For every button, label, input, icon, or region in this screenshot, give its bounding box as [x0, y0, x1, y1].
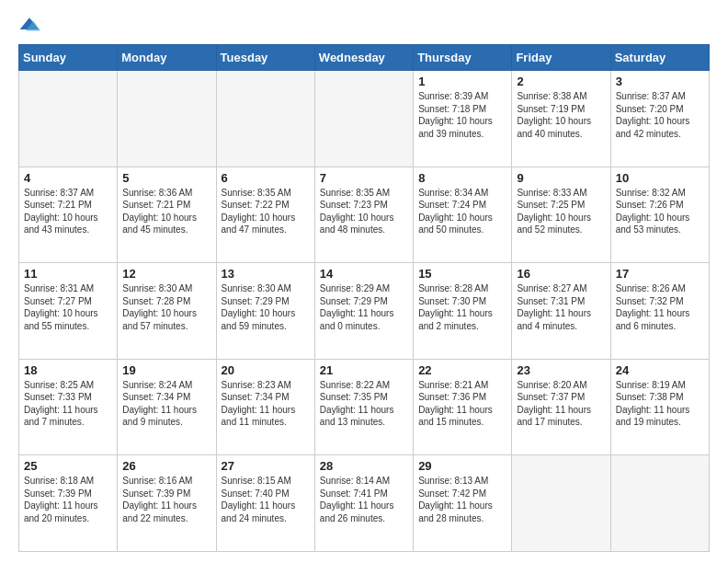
week-row-2: 11Sunrise: 8:31 AMSunset: 7:27 PMDayligh…: [19, 263, 710, 360]
day-header-tuesday: Tuesday: [216, 45, 314, 71]
day-number: 21: [320, 363, 408, 377]
calendar-cell: [314, 71, 413, 167]
calendar-cell: 27Sunrise: 8:15 AMSunset: 7:40 PMDayligh…: [216, 455, 314, 552]
week-row-3: 18Sunrise: 8:25 AMSunset: 7:33 PMDayligh…: [19, 359, 710, 455]
day-info: Sunrise: 8:20 AMSunset: 7:37 PMDaylight:…: [517, 379, 605, 429]
calendar-cell: 14Sunrise: 8:29 AMSunset: 7:29 PMDayligh…: [314, 263, 413, 360]
day-number: 20: [222, 363, 310, 377]
day-number: 17: [616, 267, 704, 281]
calendar-cell: 13Sunrise: 8:30 AMSunset: 7:29 PMDayligh…: [216, 263, 314, 360]
calendar-cell: 26Sunrise: 8:16 AMSunset: 7:39 PMDayligh…: [118, 455, 216, 552]
calendar-cell: 22Sunrise: 8:21 AMSunset: 7:36 PMDayligh…: [414, 359, 512, 455]
calendar-cell: 2Sunrise: 8:38 AMSunset: 7:19 PMDaylight…: [512, 71, 610, 167]
calendar-cell: 25Sunrise: 8:18 AMSunset: 7:39 PMDayligh…: [19, 455, 118, 552]
calendar-cell: 16Sunrise: 8:27 AMSunset: 7:31 PMDayligh…: [512, 263, 610, 360]
day-info: Sunrise: 8:18 AMSunset: 7:39 PMDaylight:…: [24, 475, 112, 524]
logo: [18, 15, 42, 37]
day-info: Sunrise: 8:25 AMSunset: 7:33 PMDaylight:…: [24, 379, 112, 429]
day-info: Sunrise: 8:39 AMSunset: 7:18 PMDaylight:…: [418, 90, 506, 140]
day-number: 26: [122, 459, 210, 473]
calendar-cell: 29Sunrise: 8:13 AMSunset: 7:42 PMDayligh…: [414, 455, 512, 552]
day-number: 28: [320, 459, 408, 473]
day-info: Sunrise: 8:29 AMSunset: 7:29 PMDaylight:…: [320, 282, 408, 332]
day-info: Sunrise: 8:32 AMSunset: 7:26 PMDaylight:…: [616, 187, 704, 236]
calendar-cell: 11Sunrise: 8:31 AMSunset: 7:27 PMDayligh…: [19, 263, 118, 360]
week-row-0: 1Sunrise: 8:39 AMSunset: 7:18 PMDaylight…: [19, 71, 710, 167]
calendar-cell: 15Sunrise: 8:28 AMSunset: 7:30 PMDayligh…: [414, 263, 512, 360]
day-number: 19: [122, 363, 210, 377]
day-number: 18: [24, 363, 112, 377]
calendar-cell: 23Sunrise: 8:20 AMSunset: 7:37 PMDayligh…: [512, 359, 610, 455]
day-info: Sunrise: 8:22 AMSunset: 7:35 PMDaylight:…: [320, 379, 408, 429]
day-info: Sunrise: 8:33 AMSunset: 7:25 PMDaylight:…: [517, 187, 605, 236]
calendar-cell: 28Sunrise: 8:14 AMSunset: 7:41 PMDayligh…: [314, 455, 413, 552]
day-number: 12: [122, 267, 210, 281]
day-info: Sunrise: 8:24 AMSunset: 7:34 PMDaylight:…: [122, 379, 210, 429]
calendar-table: SundayMondayTuesdayWednesdayThursdayFrid…: [18, 44, 710, 552]
calendar-cell: 17Sunrise: 8:26 AMSunset: 7:32 PMDayligh…: [610, 263, 709, 360]
calendar-cell: 6Sunrise: 8:35 AMSunset: 7:22 PMDaylight…: [216, 167, 314, 263]
day-info: Sunrise: 8:36 AMSunset: 7:21 PMDaylight:…: [122, 187, 210, 236]
calendar-cell: 4Sunrise: 8:37 AMSunset: 7:21 PMDaylight…: [19, 167, 118, 263]
day-header-sunday: Sunday: [19, 45, 118, 71]
day-header-wednesday: Wednesday: [314, 45, 413, 71]
logo-icon: [18, 15, 40, 37]
day-info: Sunrise: 8:37 AMSunset: 7:20 PMDaylight:…: [616, 90, 704, 140]
day-info: Sunrise: 8:35 AMSunset: 7:23 PMDaylight:…: [320, 187, 408, 236]
calendar-cell: [610, 455, 709, 552]
week-row-4: 25Sunrise: 8:18 AMSunset: 7:39 PMDayligh…: [19, 455, 710, 552]
day-number: 3: [616, 75, 704, 88]
calendar-cell: [216, 71, 314, 167]
day-info: Sunrise: 8:13 AMSunset: 7:42 PMDaylight:…: [418, 475, 506, 524]
header: [18, 15, 710, 37]
calendar-cell: 20Sunrise: 8:23 AMSunset: 7:34 PMDayligh…: [216, 359, 314, 455]
calendar-cell: 7Sunrise: 8:35 AMSunset: 7:23 PMDaylight…: [314, 167, 413, 263]
calendar-cell: 21Sunrise: 8:22 AMSunset: 7:35 PMDayligh…: [314, 359, 413, 455]
calendar-cell: 8Sunrise: 8:34 AMSunset: 7:24 PMDaylight…: [414, 167, 512, 263]
day-number: 1: [418, 75, 506, 88]
day-number: 9: [517, 171, 605, 185]
day-header-friday: Friday: [512, 45, 610, 71]
calendar-cell: 18Sunrise: 8:25 AMSunset: 7:33 PMDayligh…: [19, 359, 118, 455]
day-info: Sunrise: 8:14 AMSunset: 7:41 PMDaylight:…: [320, 475, 408, 524]
day-info: Sunrise: 8:30 AMSunset: 7:29 PMDaylight:…: [222, 282, 310, 332]
calendar-cell: 24Sunrise: 8:19 AMSunset: 7:38 PMDayligh…: [610, 359, 709, 455]
day-number: 11: [24, 267, 112, 281]
day-info: Sunrise: 8:38 AMSunset: 7:19 PMDaylight:…: [517, 90, 605, 140]
calendar-cell: [19, 71, 118, 167]
day-number: 27: [222, 459, 310, 473]
day-info: Sunrise: 8:35 AMSunset: 7:22 PMDaylight:…: [222, 187, 310, 236]
day-number: 13: [222, 267, 310, 281]
calendar-header-row: SundayMondayTuesdayWednesdayThursdayFrid…: [19, 45, 710, 71]
day-info: Sunrise: 8:26 AMSunset: 7:32 PMDaylight:…: [616, 282, 704, 332]
day-info: Sunrise: 8:31 AMSunset: 7:27 PMDaylight:…: [24, 282, 112, 332]
day-number: 6: [222, 171, 310, 185]
calendar-cell: 5Sunrise: 8:36 AMSunset: 7:21 PMDaylight…: [118, 167, 216, 263]
day-header-monday: Monday: [118, 45, 216, 71]
day-info: Sunrise: 8:34 AMSunset: 7:24 PMDaylight:…: [418, 187, 506, 236]
calendar-cell: 1Sunrise: 8:39 AMSunset: 7:18 PMDaylight…: [414, 71, 512, 167]
day-header-saturday: Saturday: [610, 45, 709, 71]
day-number: 16: [517, 267, 605, 281]
day-number: 23: [517, 363, 605, 377]
day-number: 10: [616, 171, 704, 185]
calendar-cell: [512, 455, 610, 552]
calendar-cell: 9Sunrise: 8:33 AMSunset: 7:25 PMDaylight…: [512, 167, 610, 263]
calendar-cell: 10Sunrise: 8:32 AMSunset: 7:26 PMDayligh…: [610, 167, 709, 263]
day-number: 22: [418, 363, 506, 377]
day-number: 4: [24, 171, 112, 185]
day-number: 24: [616, 363, 704, 377]
day-number: 15: [418, 267, 506, 281]
day-info: Sunrise: 8:23 AMSunset: 7:34 PMDaylight:…: [222, 379, 310, 429]
day-info: Sunrise: 8:21 AMSunset: 7:36 PMDaylight:…: [418, 379, 506, 429]
calendar-cell: 12Sunrise: 8:30 AMSunset: 7:28 PMDayligh…: [118, 263, 216, 360]
calendar-cell: [118, 71, 216, 167]
day-info: Sunrise: 8:15 AMSunset: 7:40 PMDaylight:…: [222, 475, 310, 524]
day-info: Sunrise: 8:19 AMSunset: 7:38 PMDaylight:…: [616, 379, 704, 429]
week-row-1: 4Sunrise: 8:37 AMSunset: 7:21 PMDaylight…: [19, 167, 710, 263]
day-info: Sunrise: 8:28 AMSunset: 7:30 PMDaylight:…: [418, 282, 506, 332]
page: SundayMondayTuesdayWednesdayThursdayFrid…: [0, 0, 728, 563]
day-number: 25: [24, 459, 112, 473]
day-info: Sunrise: 8:27 AMSunset: 7:31 PMDaylight:…: [517, 282, 605, 332]
day-number: 14: [320, 267, 408, 281]
